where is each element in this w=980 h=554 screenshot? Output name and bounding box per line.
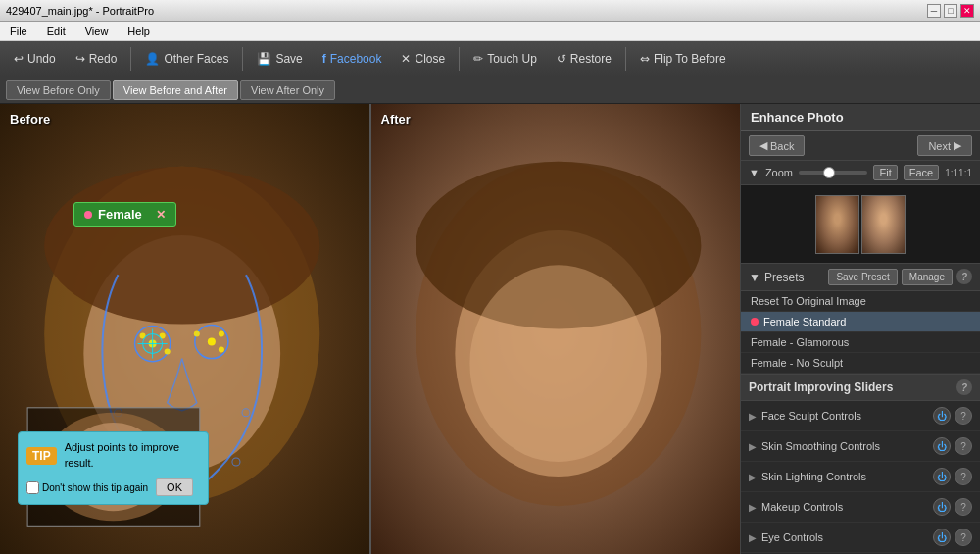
close-icon: ✕ (401, 52, 411, 66)
toolbar: ↩ Undo ↪ Redo 👤 Other Faces 💾 Save f Fac… (0, 41, 980, 76)
menubar: File Edit View Help (0, 22, 980, 41)
slider-arrow-icon: ▶ (749, 411, 757, 422)
slider-left-face-sculpt: ▶ Face Sculpt Controls (749, 410, 861, 422)
slider-help-btn-face-sculpt[interactable]: ? (955, 407, 972, 425)
back-button[interactable]: ◀ Back (749, 135, 805, 156)
preset-item-glamorous[interactable]: Female - Glamorous (741, 332, 980, 353)
sliders-help-icon[interactable]: ? (956, 379, 972, 395)
slider-right-eye: ⏻ ? (933, 529, 972, 546)
flip-button[interactable]: ⇔ Flip To Before (632, 48, 734, 70)
after-label: After (381, 112, 411, 126)
titlebar-buttons: ─ □ ✕ (927, 4, 974, 18)
slider-skin-lighting[interactable]: ▶ Skin Lighting Controls ⏻ ? (741, 462, 980, 492)
zoom-slider[interactable] (799, 171, 867, 175)
next-arrow-icon: ▶ (954, 139, 961, 152)
close-button[interactable]: ✕ Close (393, 48, 453, 70)
menu-view[interactable]: View (79, 24, 115, 39)
nav-row: ◀ Back Next ▶ (741, 131, 980, 161)
person-icon: 👤 (145, 52, 160, 66)
slider-left-skin-smoothing: ▶ Skin Smoothing Controls (749, 440, 880, 452)
maximize-button[interactable]: □ (944, 4, 957, 18)
slider-makeup[interactable]: ▶ Makeup Controls ⏻ ? (741, 492, 980, 523)
titlebar: 429407_main.jpg* - PortraitPro ─ □ ✕ (0, 0, 980, 22)
slider-face-sculpt[interactable]: ▶ Face Sculpt Controls ⏻ ? (741, 401, 980, 431)
presets-help-icon[interactable]: ? (956, 269, 972, 284)
undo-icon: ↩ (14, 52, 24, 66)
redo-button[interactable]: ↪ Redo (68, 48, 125, 70)
slider-help-btn-makeup[interactable]: ? (955, 498, 972, 516)
touch-up-button[interactable]: ✏ Touch Up (466, 48, 545, 70)
after-panel[interactable]: After (371, 104, 741, 554)
presets-actions: Save Preset Manage ? (828, 269, 972, 285)
zoom-value: 1:11:1 (945, 168, 972, 178)
brush-icon: ✏ (473, 52, 483, 66)
before-panel[interactable]: Before (0, 104, 371, 554)
slider-left-makeup: ▶ Makeup Controls (749, 501, 843, 513)
sliders-list: ▶ Face Sculpt Controls ⏻ ? ▶ Skin Smooth… (741, 401, 980, 554)
viewbar: View Before Only View Before and After V… (0, 76, 980, 104)
separator-3 (459, 47, 460, 71)
pink-dot-icon (84, 211, 92, 219)
slider-right-makeup: ⏻ ? (933, 498, 972, 516)
tip-box: TIP Adjust points to improve result. Don… (18, 431, 209, 505)
tip-checkbox[interactable]: Don't show this tip again (26, 481, 148, 494)
fit-label[interactable]: Fit (873, 165, 897, 180)
portrait-sliders-header: Portrait Improving Sliders ? (741, 375, 980, 401)
separator-2 (242, 47, 243, 71)
minimize-button[interactable]: ─ (927, 4, 941, 18)
female-label: Female ✕ (74, 202, 176, 227)
face-label[interactable]: Face (904, 165, 939, 180)
next-button[interactable]: Next ▶ (917, 135, 972, 156)
preset-list: Reset To Original Image Female Standard … (741, 291, 980, 375)
slider-right-face-sculpt: ⏻ ? (933, 407, 972, 425)
slider-right-skin-lighting: ⏻ ? (933, 468, 972, 485)
slider-power-btn-skin-lighting[interactable]: ⏻ (933, 468, 951, 485)
slider-help-btn-skin-lighting[interactable]: ? (955, 468, 972, 485)
preset-selected-icon (751, 318, 759, 326)
slider-right-skin-smoothing: ⏻ ? (933, 437, 972, 455)
female-label-close[interactable]: ✕ (156, 208, 166, 222)
thumbnail-after (861, 195, 906, 254)
slider-arrow-icon-5: ▶ (749, 532, 757, 543)
preset-item-no-sculpt[interactable]: Female - No Sculpt (741, 353, 980, 374)
separator-1 (130, 47, 131, 71)
thumbnail-area (741, 185, 980, 264)
slider-left-skin-lighting: ▶ Skin Lighting Controls (749, 471, 866, 482)
restore-icon: ↺ (557, 52, 566, 66)
slider-arrow-icon-3: ▶ (749, 472, 757, 482)
save-button[interactable]: 💾 Save (249, 48, 310, 70)
save-preset-button[interactable]: Save Preset (828, 269, 897, 285)
menu-file[interactable]: File (4, 24, 33, 39)
slider-eye[interactable]: ▶ Eye Controls ⏻ ? (741, 523, 980, 553)
dont-show-checkbox[interactable] (26, 481, 39, 494)
tip-ok-button[interactable]: OK (156, 478, 193, 496)
separator-4 (625, 47, 626, 71)
tip-badge: TIP (26, 447, 57, 465)
menu-edit[interactable]: Edit (41, 24, 72, 39)
preset-item-reset[interactable]: Reset To Original Image (741, 291, 980, 312)
thumbnail-pair (815, 195, 906, 254)
view-before-only-button[interactable]: View Before Only (6, 80, 111, 100)
facebook-button[interactable]: f Facebook (315, 48, 390, 70)
menu-help[interactable]: Help (122, 24, 156, 39)
undo-button[interactable]: ↩ Undo (6, 48, 64, 70)
slider-power-btn-skin-smoothing[interactable]: ⏻ (933, 437, 951, 455)
zoom-arrow-icon: ▼ (749, 167, 760, 178)
zoom-thumb[interactable] (823, 167, 835, 178)
close-window-button[interactable]: ✕ (960, 4, 974, 18)
slider-skin-smoothing[interactable]: ▶ Skin Smoothing Controls ⏻ ? (741, 431, 980, 462)
other-faces-button[interactable]: 👤 Other Faces (137, 48, 236, 70)
restore-button[interactable]: ↺ Restore (549, 48, 619, 70)
slider-arrow-icon-2: ▶ (749, 441, 757, 452)
manage-presets-button[interactable]: Manage (902, 269, 953, 285)
view-before-after-button[interactable]: View Before and After (113, 80, 238, 100)
presets-label: ▼ Presets (749, 271, 805, 284)
view-after-only-button[interactable]: View After Only (240, 80, 335, 100)
thumbnail-before (815, 195, 859, 254)
slider-help-btn-eye[interactable]: ? (955, 529, 972, 546)
slider-help-btn-skin-smoothing[interactable]: ? (955, 437, 972, 455)
preset-item-female-standard[interactable]: Female Standard (741, 312, 980, 332)
slider-power-btn-makeup[interactable]: ⏻ (933, 498, 951, 516)
slider-power-btn-eye[interactable]: ⏻ (933, 529, 951, 546)
slider-power-btn-face-sculpt[interactable]: ⏻ (933, 407, 951, 425)
